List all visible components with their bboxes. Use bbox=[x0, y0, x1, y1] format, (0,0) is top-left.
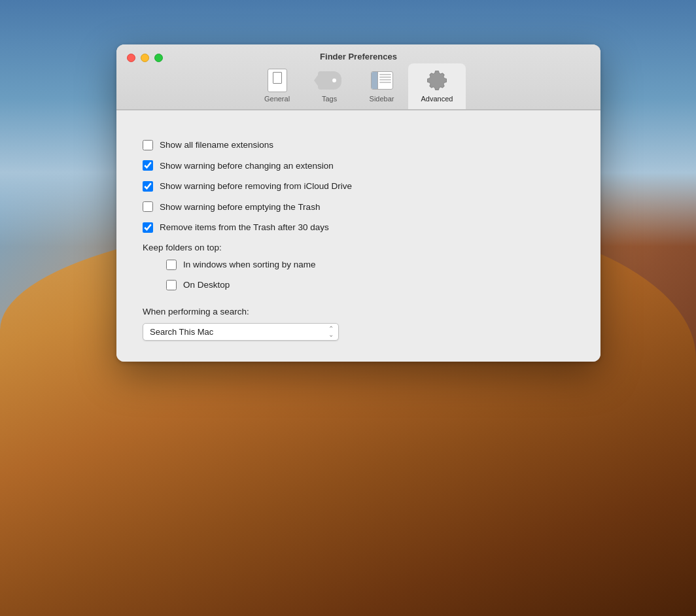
title-bar: × – + Finder Preferences General Tags bbox=[116, 44, 600, 110]
content-area: Show all filename extensions Show warnin… bbox=[116, 124, 600, 362]
warn-icloud-checkbox[interactable] bbox=[143, 181, 153, 192]
gear-icon bbox=[425, 69, 449, 92]
window-title: Finder Preferences bbox=[127, 52, 590, 61]
checkbox-folders-desktop: On Desktop bbox=[166, 279, 574, 291]
warn-trash-checkbox[interactable] bbox=[143, 201, 153, 212]
tab-tags[interactable]: Tags bbox=[304, 63, 356, 109]
tab-sidebar[interactable]: Sidebar bbox=[356, 63, 408, 109]
tab-bar: General Tags bbox=[127, 63, 590, 109]
checkbox-warn-extension: Show warning before changing an extensio… bbox=[143, 160, 574, 172]
search-section-label: When performing a search: bbox=[143, 307, 574, 317]
search-select-wrapper: Search This Mac Search the Current Folde… bbox=[143, 323, 339, 341]
maximize-button[interactable]: + bbox=[154, 54, 163, 62]
remove-trash-checkbox[interactable] bbox=[143, 222, 153, 233]
folders-desktop-label[interactable]: On Desktop bbox=[183, 279, 230, 291]
warn-trash-label[interactable]: Show warning before emptying the Trash bbox=[160, 201, 320, 213]
keep-folders-label: Keep folders on top: bbox=[143, 243, 574, 252]
tab-general-label: General bbox=[264, 95, 290, 103]
tab-advanced-label: Advanced bbox=[421, 95, 453, 103]
tab-sidebar-label: Sidebar bbox=[370, 95, 394, 103]
checkbox-remove-trash: Remove items from the Trash after 30 day… bbox=[143, 222, 574, 233]
checkbox-warn-icloud: Show warning before removing from iCloud… bbox=[143, 180, 574, 192]
folders-windows-checkbox[interactable] bbox=[166, 260, 177, 270]
checkbox-folders-windows: In windows when sorting by name bbox=[166, 259, 574, 271]
remove-trash-label[interactable]: Remove items from the Trash after 30 day… bbox=[160, 222, 329, 233]
show-extensions-label[interactable]: Show all filename extensions bbox=[160, 139, 273, 151]
finder-preferences-window: × – + Finder Preferences General Tags bbox=[116, 44, 600, 362]
folders-windows-label[interactable]: In windows when sorting by name bbox=[183, 259, 316, 271]
warn-icloud-label[interactable]: Show warning before removing from iCloud… bbox=[160, 180, 352, 192]
tab-general[interactable]: General bbox=[251, 63, 304, 109]
warn-extension-checkbox[interactable] bbox=[143, 160, 153, 171]
tab-advanced[interactable]: Advanced bbox=[408, 63, 466, 109]
sidebar-icon bbox=[370, 69, 394, 92]
minimize-button[interactable]: – bbox=[141, 54, 149, 62]
general-icon bbox=[266, 69, 289, 92]
folders-desktop-checkbox[interactable] bbox=[166, 280, 177, 290]
checkbox-warn-trash: Show warning before emptying the Trash bbox=[143, 201, 574, 213]
divider bbox=[116, 110, 600, 111]
checkbox-show-extensions: Show all filename extensions bbox=[143, 139, 574, 151]
show-extensions-checkbox[interactable] bbox=[143, 140, 153, 150]
tags-icon bbox=[318, 69, 341, 92]
close-button[interactable]: × bbox=[127, 54, 135, 62]
search-select[interactable]: Search This Mac Search the Current Folde… bbox=[143, 323, 339, 341]
tab-tags-label: Tags bbox=[322, 95, 337, 103]
warn-extension-label[interactable]: Show warning before changing an extensio… bbox=[160, 160, 334, 172]
search-section: When performing a search: Search This Ma… bbox=[143, 307, 574, 341]
window-controls: × – + bbox=[127, 54, 163, 62]
